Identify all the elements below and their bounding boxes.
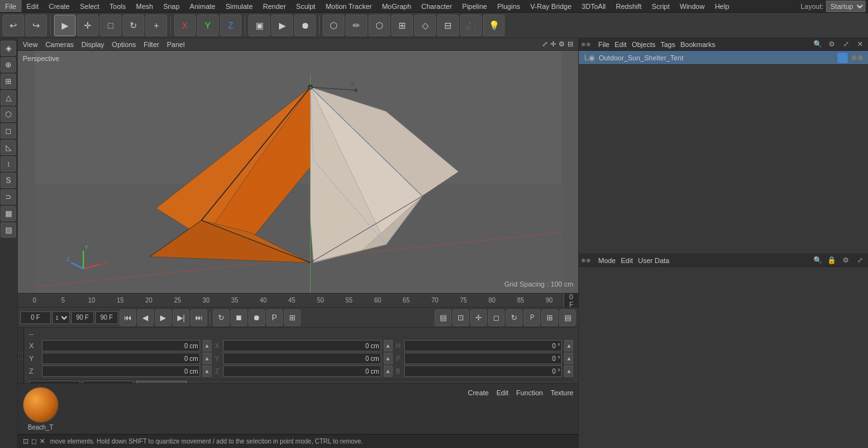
menu-plugins[interactable]: Plugins: [492, 0, 525, 12]
coord-input-py[interactable]: [42, 353, 200, 364]
obj-expand-icon[interactable]: ⤢: [840, 39, 851, 50]
menu-animate[interactable]: Animate: [185, 0, 220, 12]
coord-arrow-ry[interactable]: ▲: [564, 353, 573, 364]
menu-tools[interactable]: Tools: [104, 0, 131, 12]
viewport-3d[interactable]: X Y Z Perspective Grid Spacing : 100 cm: [18, 51, 579, 293]
vp-menu-view[interactable]: View: [23, 41, 38, 48]
coord-arrow-rz[interactable]: ▲: [564, 365, 573, 377]
mode-btn-3[interactable]: ⊞: [1, 74, 16, 89]
z-axis-button[interactable]: Z: [220, 15, 241, 36]
loop-button[interactable]: ↻: [213, 309, 229, 326]
material-ball[interactable]: [23, 387, 58, 423]
mode-btn-4[interactable]: △: [1, 90, 16, 105]
play-forward-button[interactable]: ▶: [155, 309, 172, 326]
coord-input-ry[interactable]: [404, 353, 562, 364]
create-tool-button[interactable]: +: [146, 15, 167, 36]
obj-search-icon[interactable]: 🔍: [812, 39, 824, 50]
grid-button[interactable]: ⊟: [437, 15, 459, 36]
attr-settings-icon[interactable]: ⚙: [840, 255, 851, 266]
menu-sculpt[interactable]: Sculpt: [291, 0, 321, 12]
object-item-tent[interactable]: L◉ Outdoor_Sun_Shelter_Tent: [579, 51, 868, 65]
goto-end-button[interactable]: ⏭: [191, 309, 207, 326]
menu-pipeline[interactable]: Pipeline: [457, 0, 492, 12]
menu-motion-tracker[interactable]: Motion Tracker: [320, 0, 377, 12]
attr-expand-icon[interactable]: ⤢: [854, 255, 865, 266]
deform-button[interactable]: ⬡: [369, 15, 390, 36]
coord-input-rz[interactable]: [404, 365, 562, 377]
obj-menu-edit[interactable]: Edit: [614, 41, 627, 48]
mode-btn-7[interactable]: ◺: [1, 140, 16, 155]
mode-btn-1[interactable]: ◈: [1, 41, 16, 56]
mode-btn-5[interactable]: ⬡: [1, 107, 16, 122]
vp-menu-panel[interactable]: Panel: [166, 41, 184, 48]
coord-arrow-pz[interactable]: ▲: [203, 365, 212, 377]
menu-mograph[interactable]: MoGraph: [377, 0, 416, 12]
coord-input-px[interactable]: [42, 340, 200, 351]
vp-menu-filter[interactable]: Filter: [144, 41, 159, 48]
array-button[interactable]: ⊞: [391, 15, 413, 36]
attr-menu-userdata[interactable]: User Data: [638, 257, 670, 264]
timeline[interactable]: 0 5 10 15 20 25 30 35 40 45 50 55 60 65 …: [18, 293, 579, 307]
mat-menu-create[interactable]: Create: [468, 389, 489, 397]
pb-move-btn[interactable]: ✛: [470, 309, 487, 326]
render-button[interactable]: ▶: [271, 15, 293, 36]
attr-menu-mode[interactable]: Mode: [598, 257, 616, 264]
keyframe-button[interactable]: P: [266, 309, 283, 326]
viewport-icon-settings[interactable]: ⚙: [559, 40, 565, 48]
mat-menu-function[interactable]: Function: [516, 389, 543, 397]
menu-select[interactable]: Select: [75, 0, 105, 12]
cube-button[interactable]: ⬡: [323, 15, 344, 36]
timeline-track[interactable]: 0 5 10 15 20 25 30 35 40 45 50 55 60 65 …: [18, 294, 564, 307]
coord-arrow-sx[interactable]: ▲: [384, 340, 393, 351]
mat-menu-texture[interactable]: Texture: [550, 389, 573, 397]
menu-help[interactable]: Help: [710, 0, 735, 12]
obj-menu-bookmarks[interactable]: Bookmarks: [681, 41, 715, 48]
attr-search-icon[interactable]: 🔍: [812, 255, 824, 266]
menu-script[interactable]: Script: [647, 0, 675, 12]
mode-btn-9[interactable]: S: [1, 173, 16, 188]
rotate-tool-button[interactable]: ↻: [123, 15, 144, 36]
mode-btn-11[interactable]: ▦: [1, 206, 16, 221]
obj-menu-tags[interactable]: Tags: [660, 41, 675, 48]
vp-menu-options[interactable]: Options: [112, 41, 136, 48]
pb-p-btn[interactable]: P: [524, 309, 540, 326]
stop-button[interactable]: ⏹: [231, 309, 247, 326]
obj-menu-objects[interactable]: Objects: [632, 41, 655, 48]
mode-btn-10[interactable]: ⊃: [1, 189, 16, 205]
frame-step-select[interactable]: 1: [52, 311, 70, 324]
timeline-view-button[interactable]: ▤: [435, 309, 451, 326]
pen-button[interactable]: ✏: [346, 15, 367, 36]
menu-edit[interactable]: Edit: [22, 0, 44, 12]
scale-tool-button[interactable]: □: [100, 15, 121, 36]
goto-start-button[interactable]: ⏮: [119, 309, 136, 326]
menu-render[interactable]: Render: [258, 0, 291, 12]
mat-menu-edit[interactable]: Edit: [496, 389, 508, 397]
paint-button[interactable]: ◇: [414, 15, 436, 36]
menu-create[interactable]: Create: [44, 0, 75, 12]
coord-arrow-px[interactable]: ▲: [203, 340, 212, 351]
attr-menu-edit[interactable]: Edit: [621, 257, 633, 264]
coord-input-sx[interactable]: [223, 340, 381, 351]
pb-scale-btn[interactable]: ◻: [488, 309, 505, 326]
pb-anim-btn[interactable]: ▤: [559, 309, 576, 326]
record-button[interactable]: ⏺: [294, 15, 316, 36]
light-button[interactable]: 💡: [483, 15, 505, 36]
x-axis-button[interactable]: X: [174, 15, 196, 36]
menu-simulate[interactable]: Simulate: [220, 0, 258, 12]
mode-btn-8[interactable]: ↕: [1, 156, 16, 172]
mode-btn-2[interactable]: ⊕: [1, 57, 16, 72]
move-tool-button[interactable]: ✛: [77, 15, 98, 36]
timeline-toggle-button[interactable]: ⊡: [452, 309, 469, 326]
attr-lock-icon[interactable]: 🔒: [826, 255, 837, 266]
coord-input-pz[interactable]: [42, 365, 200, 377]
layout-dropdown[interactable]: Startup: [826, 1, 865, 12]
obj-menu-file[interactable]: File: [598, 41, 609, 48]
coord-arrow-py[interactable]: ▲: [203, 353, 212, 364]
prev-frame-button[interactable]: ◀: [137, 309, 154, 326]
mode-btn-12[interactable]: ▧: [1, 222, 16, 238]
next-frame-button[interactable]: ▶|: [173, 309, 189, 326]
menu-mesh[interactable]: Mesh: [131, 0, 158, 12]
menu-character[interactable]: Character: [416, 0, 457, 12]
menu-vray[interactable]: V-Ray Bridge: [526, 0, 577, 12]
obj-close-icon[interactable]: ✕: [854, 39, 865, 50]
